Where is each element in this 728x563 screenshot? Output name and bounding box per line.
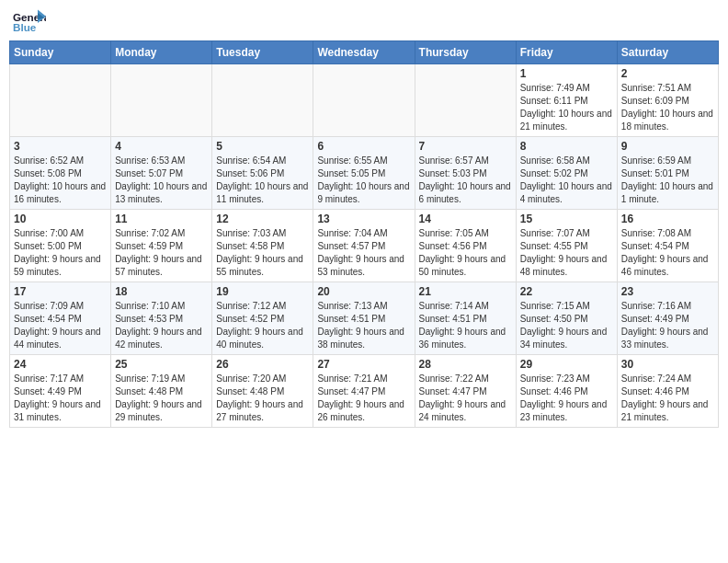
day-cell: 12Sunrise: 7:03 AM Sunset: 4:58 PM Dayli…	[212, 210, 313, 282]
day-cell	[111, 64, 212, 137]
weekday-sunday: Sunday	[10, 41, 111, 64]
day-cell: 25Sunrise: 7:19 AM Sunset: 4:48 PM Dayli…	[111, 355, 212, 428]
day-info: Sunrise: 6:58 AM Sunset: 5:02 PM Dayligh…	[520, 155, 613, 206]
day-number: 12	[216, 213, 309, 225]
day-number: 17	[14, 285, 107, 298]
day-number: 14	[419, 213, 512, 225]
weekday-friday: Friday	[516, 41, 617, 64]
day-info: Sunrise: 7:02 AM Sunset: 4:59 PM Dayligh…	[115, 227, 208, 279]
day-number: 4	[115, 140, 208, 153]
day-info: Sunrise: 7:10 AM Sunset: 4:53 PM Dayligh…	[115, 300, 208, 351]
day-cell: 15Sunrise: 7:07 AM Sunset: 4:55 PM Dayli…	[516, 210, 617, 282]
day-number: 2	[621, 67, 714, 80]
day-cell: 1Sunrise: 7:49 AM Sunset: 6:11 PM Daylig…	[516, 64, 617, 137]
page-header: General Blue	[9, 9, 719, 35]
day-info: Sunrise: 7:16 AM Sunset: 4:49 PM Dayligh…	[621, 300, 714, 351]
day-number: 5	[216, 140, 309, 153]
day-number: 19	[216, 285, 309, 298]
day-info: Sunrise: 7:08 AM Sunset: 4:54 PM Dayligh…	[621, 227, 714, 279]
day-info: Sunrise: 7:21 AM Sunset: 4:47 PM Dayligh…	[317, 373, 410, 424]
day-cell: 4Sunrise: 6:53 AM Sunset: 5:07 PM Daylig…	[111, 137, 212, 210]
day-number: 8	[520, 140, 613, 153]
day-cell: 24Sunrise: 7:17 AM Sunset: 4:49 PM Dayli…	[10, 355, 111, 428]
day-cell: 11Sunrise: 7:02 AM Sunset: 4:59 PM Dayli…	[111, 210, 212, 282]
day-info: Sunrise: 7:13 AM Sunset: 4:51 PM Dayligh…	[317, 300, 410, 351]
day-cell: 28Sunrise: 7:22 AM Sunset: 4:47 PM Dayli…	[415, 355, 516, 428]
day-info: Sunrise: 7:23 AM Sunset: 4:46 PM Dayligh…	[520, 373, 613, 424]
day-cell	[10, 64, 111, 137]
weekday-monday: Monday	[111, 41, 212, 64]
day-info: Sunrise: 6:53 AM Sunset: 5:07 PM Dayligh…	[115, 155, 208, 206]
day-cell: 26Sunrise: 7:20 AM Sunset: 4:48 PM Dayli…	[212, 355, 313, 428]
day-info: Sunrise: 6:59 AM Sunset: 5:01 PM Dayligh…	[621, 155, 714, 206]
day-info: Sunrise: 7:09 AM Sunset: 4:54 PM Dayligh…	[14, 300, 107, 351]
day-cell: 9Sunrise: 6:59 AM Sunset: 5:01 PM Daylig…	[617, 137, 718, 210]
day-cell	[415, 64, 516, 137]
day-info: Sunrise: 7:12 AM Sunset: 4:52 PM Dayligh…	[216, 300, 309, 351]
weekday-saturday: Saturday	[617, 41, 718, 64]
day-number: 20	[317, 285, 410, 298]
day-cell: 27Sunrise: 7:21 AM Sunset: 4:47 PM Dayli…	[313, 355, 415, 428]
day-number: 7	[419, 140, 512, 153]
day-number: 21	[419, 285, 512, 298]
day-number: 1	[520, 67, 613, 80]
day-info: Sunrise: 6:55 AM Sunset: 5:05 PM Dayligh…	[317, 155, 410, 206]
week-row-3: 10Sunrise: 7:00 AM Sunset: 5:00 PM Dayli…	[10, 210, 719, 282]
day-number: 28	[419, 358, 512, 371]
day-number: 30	[621, 358, 714, 371]
day-number: 25	[115, 358, 208, 371]
day-cell: 29Sunrise: 7:23 AM Sunset: 4:46 PM Dayli…	[516, 355, 617, 428]
day-cell: 20Sunrise: 7:13 AM Sunset: 4:51 PM Dayli…	[313, 282, 415, 355]
day-info: Sunrise: 7:15 AM Sunset: 4:50 PM Dayligh…	[520, 300, 613, 351]
day-info: Sunrise: 7:04 AM Sunset: 4:57 PM Dayligh…	[317, 227, 410, 279]
day-number: 6	[317, 140, 410, 153]
day-cell: 22Sunrise: 7:15 AM Sunset: 4:50 PM Dayli…	[516, 282, 617, 355]
day-info: Sunrise: 7:14 AM Sunset: 4:51 PM Dayligh…	[419, 300, 512, 351]
day-info: Sunrise: 7:24 AM Sunset: 4:46 PM Dayligh…	[621, 373, 714, 424]
day-number: 23	[621, 285, 714, 298]
day-cell: 16Sunrise: 7:08 AM Sunset: 4:54 PM Dayli…	[617, 210, 718, 282]
day-number: 26	[216, 358, 309, 371]
week-row-4: 17Sunrise: 7:09 AM Sunset: 4:54 PM Dayli…	[10, 282, 719, 355]
day-cell: 21Sunrise: 7:14 AM Sunset: 4:51 PM Dayli…	[415, 282, 516, 355]
day-number: 13	[317, 213, 410, 225]
day-cell: 8Sunrise: 6:58 AM Sunset: 5:02 PM Daylig…	[516, 137, 617, 210]
day-cell: 2Sunrise: 7:51 AM Sunset: 6:09 PM Daylig…	[617, 64, 718, 137]
day-cell	[313, 64, 415, 137]
day-info: Sunrise: 7:05 AM Sunset: 4:56 PM Dayligh…	[419, 227, 512, 279]
weekday-thursday: Thursday	[415, 41, 516, 64]
logo-icon: General Blue	[13, 9, 46, 35]
day-number: 11	[115, 213, 208, 225]
day-cell: 6Sunrise: 6:55 AM Sunset: 5:05 PM Daylig…	[313, 137, 415, 210]
weekday-wednesday: Wednesday	[313, 41, 415, 64]
day-number: 22	[520, 285, 613, 298]
weekday-tuesday: Tuesday	[212, 41, 313, 64]
day-info: Sunrise: 6:57 AM Sunset: 5:03 PM Dayligh…	[419, 155, 512, 206]
day-cell: 23Sunrise: 7:16 AM Sunset: 4:49 PM Dayli…	[617, 282, 718, 355]
day-cell: 17Sunrise: 7:09 AM Sunset: 4:54 PM Dayli…	[10, 282, 111, 355]
day-cell: 18Sunrise: 7:10 AM Sunset: 4:53 PM Dayli…	[111, 282, 212, 355]
day-number: 18	[115, 285, 208, 298]
day-cell: 13Sunrise: 7:04 AM Sunset: 4:57 PM Dayli…	[313, 210, 415, 282]
day-info: Sunrise: 7:49 AM Sunset: 6:11 PM Dayligh…	[520, 82, 613, 133]
day-info: Sunrise: 7:03 AM Sunset: 4:58 PM Dayligh…	[216, 227, 309, 279]
day-info: Sunrise: 7:51 AM Sunset: 6:09 PM Dayligh…	[621, 82, 714, 133]
day-info: Sunrise: 7:19 AM Sunset: 4:48 PM Dayligh…	[115, 373, 208, 424]
day-info: Sunrise: 7:17 AM Sunset: 4:49 PM Dayligh…	[14, 373, 107, 424]
day-number: 16	[621, 213, 714, 225]
logo: General Blue	[13, 9, 46, 35]
day-cell: 7Sunrise: 6:57 AM Sunset: 5:03 PM Daylig…	[415, 137, 516, 210]
day-cell: 19Sunrise: 7:12 AM Sunset: 4:52 PM Dayli…	[212, 282, 313, 355]
week-row-1: 1Sunrise: 7:49 AM Sunset: 6:11 PM Daylig…	[10, 64, 719, 137]
day-number: 9	[621, 140, 714, 153]
day-info: Sunrise: 7:00 AM Sunset: 5:00 PM Dayligh…	[14, 227, 107, 279]
day-cell: 3Sunrise: 6:52 AM Sunset: 5:08 PM Daylig…	[10, 137, 111, 210]
svg-text:Blue: Blue	[13, 21, 37, 33]
day-number: 29	[520, 358, 613, 371]
day-cell: 14Sunrise: 7:05 AM Sunset: 4:56 PM Dayli…	[415, 210, 516, 282]
week-row-2: 3Sunrise: 6:52 AM Sunset: 5:08 PM Daylig…	[10, 137, 719, 210]
day-info: Sunrise: 6:52 AM Sunset: 5:08 PM Dayligh…	[14, 155, 107, 206]
day-cell	[212, 64, 313, 137]
day-number: 15	[520, 213, 613, 225]
day-number: 27	[317, 358, 410, 371]
